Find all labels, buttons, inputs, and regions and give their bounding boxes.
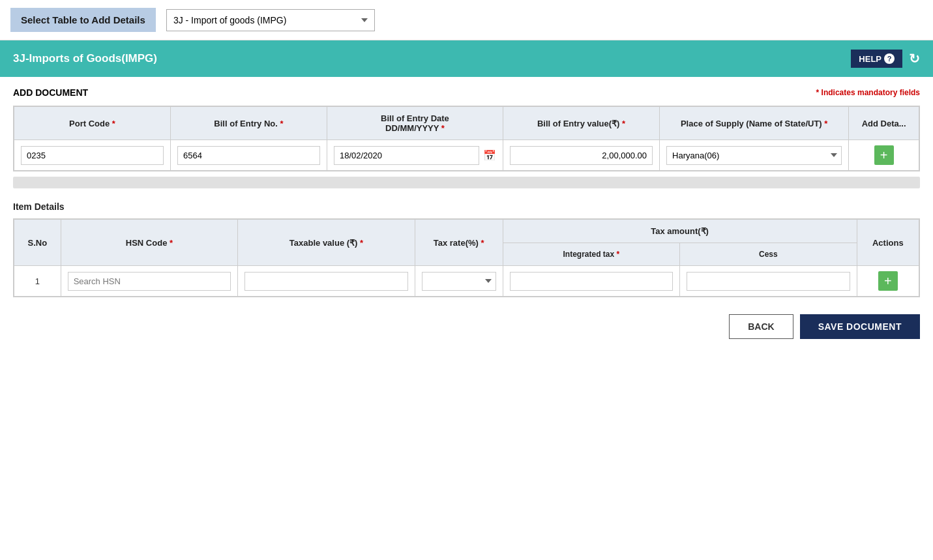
- add-details-button[interactable]: +: [874, 145, 894, 165]
- col-bill-entry-date: Bill of Entry DateDD/MM/YYYY *: [327, 107, 503, 140]
- bill-entry-date-cell: 📅: [327, 140, 503, 171]
- taxable-required: *: [360, 238, 363, 248]
- integrated-required: *: [617, 250, 620, 259]
- help-button[interactable]: HELP ?: [851, 50, 902, 68]
- mandatory-asterisk: *: [816, 88, 820, 97]
- header-right-icons: HELP ? ↻: [851, 50, 920, 68]
- place-supply-select[interactable]: Haryana(06) Maharashtra(27) Karnataka(29…: [666, 146, 842, 165]
- bill-entry-value-cell: [503, 140, 660, 171]
- top-bar: Select Table to Add Details 3J - Import …: [0, 0, 933, 40]
- mandatory-note: * Indicates mandatory fields: [816, 88, 920, 97]
- col-bill-entry-value: Bill of Entry value(₹) *: [503, 107, 660, 140]
- port-code-input[interactable]: [21, 146, 164, 165]
- place-supply-required: *: [824, 119, 827, 128]
- add-details-cell: +: [849, 140, 919, 171]
- place-supply-cell: Haryana(06) Maharashtra(27) Karnataka(29…: [660, 140, 849, 171]
- item-actions-cell: +: [857, 266, 919, 297]
- footer-buttons: BACK SAVE DOCUMENT: [13, 308, 920, 346]
- bill-entry-no-required: *: [280, 119, 283, 128]
- item-cess-cell: [680, 266, 857, 297]
- document-table: Port Code * Bill of Entry No. * Bill of …: [14, 106, 919, 171]
- col-place-supply: Place of Supply (Name of State/UT) *: [660, 107, 849, 140]
- item-taxable-value-cell: [238, 266, 415, 297]
- section-title: 3J-Imports of Goods(IMPG): [13, 52, 157, 65]
- help-label: HELP: [859, 54, 881, 64]
- bill-entry-value-required: *: [622, 119, 625, 128]
- col-tax-rate: Tax rate(%) *: [415, 220, 503, 266]
- taxable-value-input[interactable]: [244, 272, 408, 291]
- bill-entry-date-required: *: [441, 123, 445, 133]
- cess-input[interactable]: [687, 272, 850, 291]
- col-bill-entry-no: Bill of Entry No. *: [170, 107, 327, 140]
- item-tax-rate-cell: 5 12 18 28: [415, 266, 503, 297]
- col-actions: Actions: [857, 220, 919, 266]
- bill-entry-no-cell: [170, 140, 327, 171]
- col-taxable-value: Taxable value (₹) *: [238, 220, 415, 266]
- table-select[interactable]: 3J - Import of goods (IMPG): [166, 9, 375, 31]
- horizontal-scrollbar[interactable]: [13, 177, 920, 188]
- taxrate-required: *: [481, 238, 484, 248]
- mandatory-text: Indicates mandatory fields: [822, 88, 920, 97]
- tax-rate-select[interactable]: 5 12 18 28: [422, 272, 496, 291]
- add-document-title: ADD DOCUMENT: [13, 87, 88, 98]
- add-item-button[interactable]: +: [878, 271, 898, 291]
- port-code-cell: [14, 140, 171, 171]
- col-tax-amount: Tax amount(₹): [503, 220, 857, 243]
- item-hsn-cell: [61, 266, 238, 297]
- col-port-code: Port Code *: [14, 107, 171, 140]
- calendar-icon[interactable]: 📅: [483, 149, 496, 162]
- hsn-search-input[interactable]: [68, 272, 231, 291]
- bill-entry-date-input[interactable]: [334, 146, 479, 165]
- item-details-title: Item Details: [13, 201, 920, 212]
- table-row: 📅 Haryana(06) Maharashtra(27) Karnataka(…: [14, 140, 919, 171]
- bill-entry-value-input[interactable]: [510, 146, 653, 165]
- item-integrated-tax-cell: [503, 266, 680, 297]
- item-sno: 1: [14, 266, 61, 297]
- col-hsn-code: HSN Code *: [61, 220, 238, 266]
- document-table-wrapper: Port Code * Bill of Entry No. * Bill of …: [13, 106, 920, 171]
- col-sno: S.No: [14, 220, 61, 266]
- col-cess: Cess: [680, 243, 857, 266]
- hsn-required: *: [170, 238, 173, 248]
- select-table-label: Select Table to Add Details: [10, 8, 156, 32]
- refresh-icon[interactable]: ↻: [909, 51, 920, 66]
- item-table-wrapper: S.No HSN Code * Taxable value (₹) * Tax …: [13, 218, 920, 297]
- main-content: ADD DOCUMENT * Indicates mandatory field…: [0, 77, 933, 356]
- back-button[interactable]: BACK: [729, 314, 793, 339]
- item-row: 1 5 12 18 28: [14, 266, 919, 297]
- help-icon: ?: [884, 53, 895, 64]
- bill-entry-no-input[interactable]: [177, 146, 320, 165]
- integrated-tax-input[interactable]: [510, 272, 674, 291]
- save-document-button[interactable]: SAVE DOCUMENT: [800, 314, 920, 339]
- port-code-required: *: [112, 119, 115, 128]
- section-header: 3J-Imports of Goods(IMPG) HELP ? ↻: [0, 40, 933, 77]
- item-table: S.No HSN Code * Taxable value (₹) * Tax …: [14, 219, 919, 297]
- col-integrated-tax: Integrated tax *: [503, 243, 680, 266]
- col-add-details: Add Deta...: [849, 107, 919, 140]
- add-document-header: ADD DOCUMENT * Indicates mandatory field…: [13, 87, 920, 98]
